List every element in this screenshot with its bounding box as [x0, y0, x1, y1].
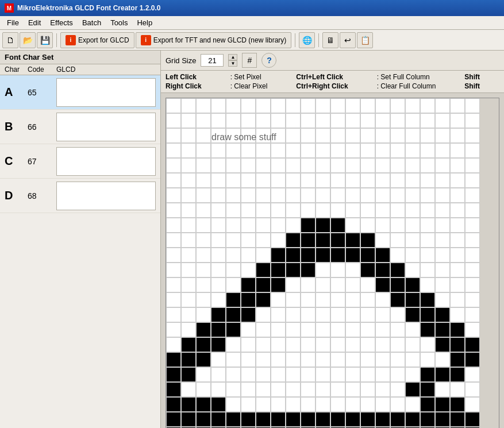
pixel-cell[interactable] [435, 337, 450, 352]
pixel-cell[interactable] [241, 277, 256, 292]
pixel-cell[interactable] [375, 188, 390, 203]
pixel-cell[interactable] [420, 337, 435, 352]
pixel-cell[interactable] [211, 322, 226, 337]
pixel-cell[interactable] [390, 322, 405, 337]
pixel-cell[interactable] [420, 292, 435, 307]
pixel-cell[interactable] [256, 173, 271, 188]
pixel-cell[interactable] [301, 158, 316, 173]
pixel-cell[interactable] [450, 307, 465, 322]
pixel-cell[interactable] [271, 203, 286, 218]
pixel-cell[interactable] [271, 263, 286, 277]
pixel-cell[interactable] [345, 158, 360, 173]
pixel-cell[interactable] [286, 98, 301, 113]
pixel-cell[interactable] [465, 218, 480, 233]
pixel-cell[interactable] [256, 277, 271, 292]
pixel-cell[interactable] [256, 98, 271, 113]
pixel-cell[interactable] [301, 218, 316, 233]
pixel-cell[interactable] [420, 188, 435, 203]
pixel-cell[interactable] [211, 352, 226, 367]
pixel-cell[interactable] [405, 292, 420, 307]
pixel-cell[interactable] [226, 322, 241, 337]
pixel-cell[interactable] [271, 382, 286, 397]
pixel-cell[interactable] [465, 248, 480, 263]
pixel-cell[interactable] [405, 263, 420, 277]
pixel-cell[interactable] [360, 218, 375, 233]
pixel-cell[interactable] [271, 397, 286, 412]
pixel-cell[interactable] [271, 352, 286, 367]
pixel-cell[interactable] [405, 158, 420, 173]
pixel-cell[interactable] [196, 397, 211, 412]
pixel-cell[interactable] [166, 233, 181, 248]
pixel-cell[interactable] [375, 412, 390, 427]
pixel-cell[interactable] [360, 352, 375, 367]
pixel-cell[interactable] [226, 143, 241, 158]
pixel-cell[interactable] [211, 412, 226, 427]
pixel-cell[interactable] [435, 218, 450, 233]
pixel-cell[interactable] [390, 233, 405, 248]
pixel-cell[interactable] [390, 307, 405, 322]
pixel-cell[interactable] [226, 218, 241, 233]
pixel-cell[interactable] [301, 382, 316, 397]
pixel-cell[interactable] [271, 113, 286, 128]
pixel-cell[interactable] [345, 128, 360, 143]
pixel-cell[interactable] [226, 128, 241, 143]
pixel-cell[interactable] [330, 307, 345, 322]
pixel-cell[interactable] [196, 412, 211, 427]
pixel-cell[interactable] [330, 412, 345, 427]
pixel-cell[interactable] [316, 248, 330, 263]
pixel-cell[interactable] [465, 173, 480, 188]
pixel-cell[interactable] [316, 367, 330, 382]
pixel-cell[interactable] [286, 292, 301, 307]
pixel-cell[interactable] [286, 128, 301, 143]
pixel-cell[interactable] [241, 307, 256, 322]
pixel-cell[interactable] [316, 98, 330, 113]
pixel-cell[interactable] [360, 397, 375, 412]
pixel-cell[interactable] [316, 382, 330, 397]
pixel-cell[interactable] [166, 128, 181, 143]
pixel-cell[interactable] [405, 337, 420, 352]
pixel-cell[interactable] [166, 263, 181, 277]
pixel-cell[interactable] [226, 158, 241, 173]
pixel-cell[interactable] [465, 382, 480, 397]
pixel-cell[interactable] [375, 263, 390, 277]
pixel-cell[interactable] [390, 292, 405, 307]
pixel-cell[interactable] [420, 143, 435, 158]
pixel-cell[interactable] [301, 233, 316, 248]
pixel-cell[interactable] [345, 277, 360, 292]
pixel-cell[interactable] [166, 292, 181, 307]
pixel-cell[interactable] [435, 113, 450, 128]
pixel-cell[interactable] [360, 322, 375, 337]
spin-down-button[interactable]: ▼ [228, 60, 237, 67]
pixel-cell[interactable] [330, 397, 345, 412]
pixel-cell[interactable] [330, 292, 345, 307]
pixel-cell[interactable] [271, 158, 286, 173]
pixel-cell[interactable] [435, 412, 450, 427]
pixel-cell[interactable] [390, 113, 405, 128]
copy-button[interactable]: 📋 [357, 32, 373, 48]
pixel-cell[interactable] [286, 203, 301, 218]
pixel-cell[interactable] [211, 143, 226, 158]
pixel-cell[interactable] [301, 98, 316, 113]
pixel-cell[interactable] [211, 113, 226, 128]
pixel-cell[interactable] [226, 292, 241, 307]
pixel-cell[interactable] [375, 128, 390, 143]
pixel-cell[interactable] [241, 248, 256, 263]
pixel-cell[interactable] [271, 307, 286, 322]
pixel-cell[interactable] [196, 113, 211, 128]
pixel-cell[interactable] [166, 397, 181, 412]
pixel-cell[interactable] [330, 203, 345, 218]
pixel-cell[interactable] [375, 307, 390, 322]
pixel-cell[interactable] [390, 173, 405, 188]
pixel-cell[interactable] [181, 248, 196, 263]
pixel-cell[interactable] [256, 367, 271, 382]
pixel-cell[interactable] [390, 188, 405, 203]
pixel-cell[interactable] [226, 397, 241, 412]
pixel-cell[interactable] [375, 337, 390, 352]
pixel-cell[interactable] [435, 173, 450, 188]
pixel-cell[interactable] [435, 367, 450, 382]
pixel-cell[interactable] [301, 188, 316, 203]
char-item-b[interactable]: B 66 [0, 110, 160, 144]
pixel-cell[interactable] [390, 412, 405, 427]
pixel-cell[interactable] [286, 337, 301, 352]
pixel-cell[interactable] [271, 218, 286, 233]
